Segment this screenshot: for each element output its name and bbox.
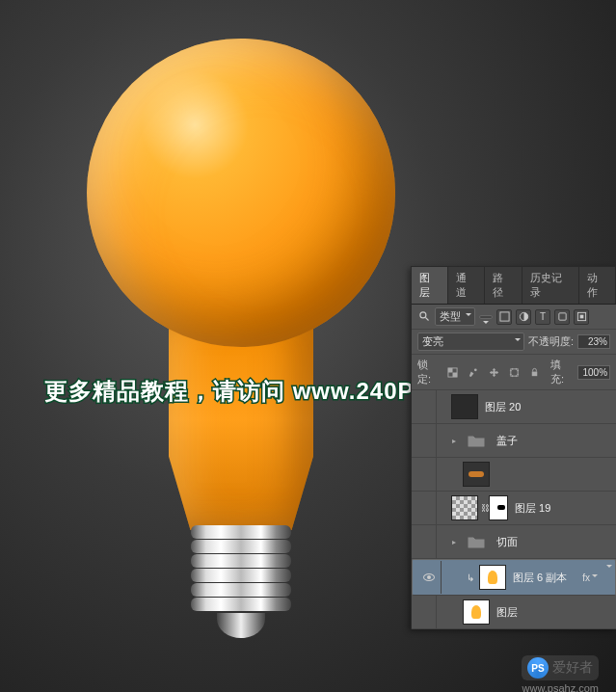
folder-icon[interactable] xyxy=(463,428,490,453)
tab-history[interactable]: 历史记录 xyxy=(522,267,579,304)
tab-channels[interactable]: 通道 xyxy=(448,267,485,304)
opacity-label: 不透明度: xyxy=(528,334,574,349)
site-logo-url: www.psahz.com xyxy=(522,682,599,692)
filter-shape-icon[interactable] xyxy=(554,309,570,325)
clip-indicator-icon: ↳ xyxy=(465,572,476,583)
blend-row: 变亮 不透明度: xyxy=(412,330,616,355)
search-icon[interactable] xyxy=(417,310,431,324)
layer-row[interactable]: ⛓ 图层 19 xyxy=(412,492,616,525)
blend-mode-select[interactable]: 变亮 xyxy=(417,333,524,351)
layer-row[interactable] xyxy=(412,458,616,492)
eye-icon xyxy=(423,573,435,581)
group-disclosure-icon[interactable]: ▸ xyxy=(448,435,460,446)
orange-lightbulb-image xyxy=(77,39,405,636)
layer-filter-row: 类型 T xyxy=(412,305,616,330)
lock-move-icon[interactable] xyxy=(485,364,501,380)
svg-rect-6 xyxy=(579,315,583,319)
site-logo-text: 爱好者 xyxy=(552,659,593,677)
layer-mask-thumbnail[interactable] xyxy=(489,495,508,520)
layer-name[interactable]: 盖子 xyxy=(493,434,616,448)
ps-badge-icon: PS xyxy=(527,657,549,679)
layer-thumbnail[interactable] xyxy=(463,462,490,487)
tab-layers[interactable]: 图层 xyxy=(412,267,448,304)
svg-point-0 xyxy=(420,311,426,317)
layer-row[interactable]: 图层 20 xyxy=(412,390,616,424)
layer-effects-badge[interactable]: fx xyxy=(578,572,602,583)
group-disclosure-icon[interactable]: ▸ xyxy=(448,536,460,547)
lock-pixels-icon[interactable] xyxy=(444,364,461,380)
visibility-toggle[interactable] xyxy=(416,561,442,594)
fill-label: 填充: xyxy=(550,358,574,386)
bulb-glass xyxy=(87,39,395,347)
svg-rect-2 xyxy=(499,312,508,321)
layers-list: 图层 20 ▸ 盖子 ⛓ 图层 19 ▸ 切 xyxy=(412,390,616,629)
lock-brush-icon[interactable] xyxy=(465,364,481,380)
svg-rect-12 xyxy=(532,371,538,376)
mask-link-icon[interactable]: ⛓ xyxy=(481,502,489,514)
visibility-toggle[interactable] xyxy=(412,525,437,558)
visibility-toggle[interactable] xyxy=(412,492,437,524)
layer-row[interactable]: ▸ 盖子 xyxy=(412,424,616,458)
svg-point-10 xyxy=(474,368,477,371)
layer-thumbnail[interactable] xyxy=(479,565,506,590)
panel-tabs: 图层 通道 路径 历史记录 动作 xyxy=(412,267,616,305)
visibility-toggle[interactable] xyxy=(412,458,437,491)
layer-row[interactable]: 图层 xyxy=(412,596,616,629)
filter-smart-icon[interactable] xyxy=(574,309,589,325)
layer-name[interactable]: 图层 6 副本 xyxy=(509,571,578,585)
opacity-input[interactable] xyxy=(577,334,610,349)
fill-input[interactable] xyxy=(577,365,610,380)
lock-artboard-icon[interactable] xyxy=(506,364,522,380)
filter-kind-arrow[interactable] xyxy=(479,315,493,319)
visibility-toggle[interactable] xyxy=(412,424,437,457)
bulb-screw-base xyxy=(191,525,291,641)
layer-thumbnail[interactable] xyxy=(451,495,478,520)
lock-label: 锁定: xyxy=(417,358,441,386)
filter-adjust-icon[interactable] xyxy=(516,309,531,325)
visibility-toggle[interactable] xyxy=(412,390,437,423)
svg-rect-11 xyxy=(511,368,518,375)
site-logo: PS 爱好者 xyxy=(522,655,599,680)
svg-rect-4 xyxy=(558,313,565,320)
layer-thumbnail[interactable] xyxy=(451,394,478,419)
tab-paths[interactable]: 路径 xyxy=(485,267,522,304)
layer-thumbnail[interactable] xyxy=(463,599,490,625)
folder-icon[interactable] xyxy=(463,529,490,554)
chevron-down-icon xyxy=(592,574,598,580)
svg-rect-8 xyxy=(448,367,453,372)
lock-all-icon[interactable] xyxy=(526,364,543,380)
layer-name[interactable]: 图层 19 xyxy=(511,501,616,516)
visibility-toggle[interactable] xyxy=(412,596,437,628)
layer-name[interactable]: 切面 xyxy=(493,535,616,549)
svg-line-1 xyxy=(426,317,429,320)
filter-type-icon[interactable]: T xyxy=(535,309,550,325)
watermark-caption: 更多精品教程，请访问 xyxy=(44,378,285,404)
layer-row[interactable]: ▸ 切面 xyxy=(412,525,616,559)
filter-pixel-icon[interactable] xyxy=(496,309,512,325)
tab-actions[interactable]: 动作 xyxy=(579,267,616,304)
layer-name[interactable]: 图层 xyxy=(493,605,616,620)
lock-row: 锁定: 填充: xyxy=(412,355,616,390)
layer-row[interactable]: ↳ 图层 6 副本 fx xyxy=(412,559,616,596)
svg-rect-9 xyxy=(453,372,458,377)
layer-name[interactable]: 图层 20 xyxy=(481,400,616,414)
filter-kind-select[interactable]: 类型 xyxy=(435,307,475,326)
layers-panel: 图层 通道 路径 历史记录 动作 类型 T 变亮 不透明度: 锁定: 填充: xyxy=(411,266,616,629)
